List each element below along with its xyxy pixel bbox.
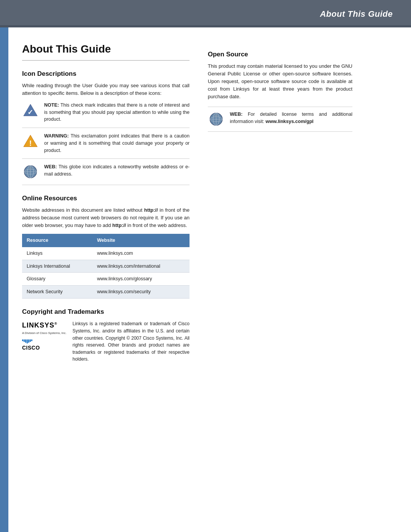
header-title: About This Guide — [320, 8, 393, 20]
cisco-dot — [22, 339, 23, 341]
web-globe-icon-right — [209, 112, 224, 127]
svg-point-15 — [214, 114, 218, 118]
warning-text: WARNING: This exclamation point indicate… — [44, 133, 190, 154]
open-source-heading: Open Source — [208, 50, 352, 59]
cisco-wordmark: CISCO — [22, 344, 40, 352]
icon-descriptions-heading: Icon Descriptions — [22, 69, 190, 79]
table-cell: Glossary — [22, 273, 92, 286]
open-source-text: This product may contain material licens… — [208, 62, 352, 101]
table-header-resource: Resource — [22, 234, 92, 247]
svg-point-9 — [29, 167, 32, 170]
svg-text:✓: ✓ — [28, 108, 33, 116]
cisco-dot — [30, 339, 31, 342]
table-cell: www.linksys.com — [92, 247, 190, 260]
cisco-dot — [31, 339, 32, 341]
warning-icon: ! — [23, 134, 38, 148]
linksys-subtitle: A Division of Cisco Systems, Inc. — [22, 331, 66, 335]
table-header-row: Resource Website — [22, 234, 190, 247]
table-cell: Linksys International — [22, 260, 92, 273]
copyright-text: Linksys is a registered trademark or tra… — [72, 320, 190, 363]
table-row: Network Security www.linksys.com/securit… — [22, 286, 190, 299]
note-text: NOTE: This check mark indicates that the… — [44, 102, 190, 123]
table-row: Linksys International www.linksys.com/in… — [22, 260, 190, 273]
table-cell: www.linksys.com/international — [92, 260, 190, 273]
table-cell: Network Security — [22, 286, 92, 299]
page-body: About This Guide Icon Descriptions While… — [0, 27, 411, 532]
copyright-body: Linksys® A Division of Cisco Systems, In… — [22, 320, 190, 363]
left-column: About This Guide Icon Descriptions While… — [22, 41, 190, 517]
web-note-description: For detailed license terms and additiona… — [230, 112, 352, 124]
cisco-logo: CISCO — [22, 339, 66, 352]
cisco-dot-group-1 — [22, 339, 32, 343]
icon-descriptions-intro: While reading through the User Guide you… — [22, 82, 190, 97]
left-accent-bar — [0, 27, 8, 532]
web-note-text-right: WEB: For detailed license terms and addi… — [230, 111, 352, 125]
cisco-dot — [24, 339, 25, 342]
table-cell: www.linksys.com/security — [92, 286, 190, 299]
linksys-wordmark: Linksys® — [22, 320, 57, 331]
cisco-dot — [28, 339, 29, 343]
warning-label: WARNING: — [44, 133, 69, 139]
cisco-dot — [25, 339, 26, 343]
online-resources-text: Website addresses in this document are l… — [22, 206, 190, 229]
right-column: Open Source This product may contain mat… — [208, 41, 352, 517]
linksys-logo: Linksys® A Division of Cisco Systems, In… — [22, 320, 66, 335]
web-icon-box-right — [208, 111, 225, 128]
web-icon-box-left — [22, 163, 39, 180]
cisco-dots — [22, 339, 32, 343]
warning-icon-box: ! — [22, 133, 39, 149]
resources-table: Resource Website Linksys www.linksys.com… — [22, 234, 190, 299]
svg-text:!: ! — [29, 139, 32, 147]
table-cell: Linksys — [22, 247, 92, 260]
page-title: About This Guide — [22, 41, 190, 61]
table-cell: www.linksys.com/glossary — [92, 273, 190, 286]
web-description-left: This globe icon indicates a noteworthy w… — [44, 164, 190, 177]
content-area: About This Guide Icon Descriptions While… — [8, 27, 411, 532]
note-label: NOTE: — [44, 102, 59, 108]
note-description: This check mark indicates that there is … — [44, 102, 190, 122]
cisco-dot — [27, 339, 28, 343]
web-label-right: WEB: — [230, 112, 242, 117]
table-header-website: Website — [92, 234, 190, 247]
web-icon-row-right: WEB: For detailed license terms and addi… — [208, 107, 352, 132]
table-row: Glossary www.linksys.com/glossary — [22, 273, 190, 286]
note-icon: ✓ — [23, 103, 38, 117]
web-icon-row-left: WEB: This globe icon indicates a notewor… — [22, 159, 190, 185]
online-resources-heading: Online Resources — [22, 193, 190, 203]
web-label-left: WEB: — [44, 164, 57, 169]
web-globe-icon-left — [23, 164, 38, 179]
note-icon-box: ✓ — [22, 102, 39, 118]
table-row: Linksys www.linksys.com — [22, 247, 190, 260]
copyright-heading: Copyright and Trademarks — [22, 307, 190, 317]
warning-icon-row: ! WARNING: This exclamation point indica… — [22, 128, 190, 159]
web-text-left: WEB: This globe icon indicates a notewor… — [44, 163, 190, 178]
header-bar: About This Guide — [0, 0, 411, 27]
logo-area: Linksys® A Division of Cisco Systems, In… — [22, 320, 66, 352]
copyright-section: Copyright and Trademarks Linksys® A Divi… — [22, 307, 190, 363]
note-icon-row: ✓ NOTE: This check mark indicates that t… — [22, 97, 190, 128]
